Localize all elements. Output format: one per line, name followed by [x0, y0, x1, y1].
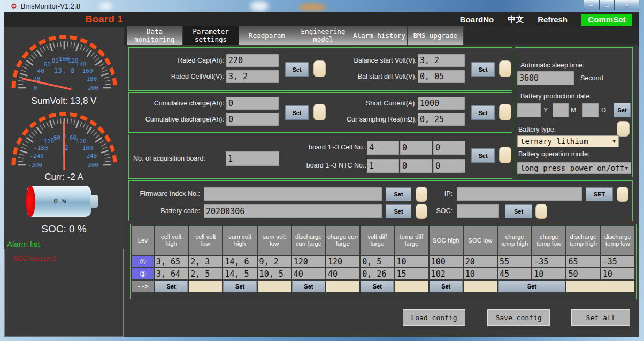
table-value-cell[interactable]: 9, 2 [258, 256, 291, 267]
cumulative-charge-input[interactable] [226, 97, 279, 110]
gauge-tick [20, 150, 27, 153]
tab-parameter-settings[interactable]: Parameter settings [183, 26, 239, 45]
set-button[interactable]: Set [285, 62, 309, 77]
table-value-cell[interactable]: 10 [601, 268, 634, 279]
set-button[interactable]: SET [586, 187, 613, 201]
table-value-cell[interactable]: 14, 5 [223, 268, 256, 279]
tab-engineering-model[interactable]: Engineering model [295, 26, 351, 45]
date-year-input[interactable] [517, 103, 541, 117]
cur-sampling-res-input[interactable] [418, 113, 465, 126]
gauge-tick [27, 138, 33, 142]
alarm-item[interactable]: SOC low Lev 2 [5, 249, 123, 262]
table-set-button[interactable]: Set [292, 281, 325, 292]
balance-start-volt-input[interactable] [418, 54, 465, 67]
battery-code-input[interactable] [204, 204, 382, 218]
rated-cellvolt-input[interactable] [226, 70, 279, 83]
table-value-cell[interactable]: 10 [532, 268, 565, 279]
gauge-tick-label: -240 [29, 153, 44, 160]
table-value-cell[interactable]: 15 [395, 268, 428, 279]
field-label: board 1~3 Cell No.: [271, 143, 366, 151]
set-button[interactable]: Set [471, 62, 495, 77]
set-button[interactable]: Set [471, 105, 495, 120]
table-value-cell[interactable]: 2, 5 [189, 268, 222, 279]
table-value-cell[interactable]: 120 [292, 256, 325, 267]
table-set-button[interactable]: Set [223, 281, 256, 292]
table-value-cell[interactable]: 3, 64 [155, 268, 188, 279]
table-value-cell[interactable]: 0, 5 [361, 256, 394, 267]
table-value-cell[interactable]: 55 [498, 256, 531, 267]
commset-button[interactable]: CommSet [581, 14, 632, 26]
set-all-button[interactable]: Set all [571, 309, 630, 326]
close-button-icon[interactable]: × [614, 0, 639, 10]
maximize-button-icon[interactable]: □ [599, 0, 614, 10]
set-button[interactable]: Set [505, 204, 532, 218]
short-current-input[interactable] [418, 97, 465, 110]
table-value-cell[interactable]: 0, 26 [361, 268, 394, 279]
set-button[interactable]: Set [614, 103, 631, 117]
date-day-input[interactable] [582, 103, 599, 117]
table-value-cell[interactable]: 20 [464, 256, 497, 267]
table-set-button[interactable]: Set [498, 281, 565, 292]
table-value-cell[interactable]: 102 [430, 268, 463, 279]
minimize-button-icon[interactable]: – [584, 0, 599, 10]
save-config-button[interactable]: Save config [487, 309, 550, 326]
language-button[interactable]: 中文 [508, 14, 524, 25]
table-value-cell[interactable]: -35 [601, 256, 634, 267]
gauge-tick [47, 45, 49, 50]
bal-start-diff-volt-input[interactable] [418, 70, 465, 83]
table-value-cell[interactable]: 50 [566, 268, 600, 279]
table-set-cell: Set [223, 281, 256, 292]
table-value-cell[interactable]: 45 [498, 268, 531, 279]
firmware-index-input[interactable] [204, 187, 382, 201]
battery-type-dropdown[interactable]: ternary lithium ▼ [517, 135, 619, 147]
soc-input[interactable] [457, 204, 499, 218]
table-value-cell[interactable]: 2, 3 [189, 256, 222, 267]
battery-settings-group: Automatic sleep time: Second Battery pro… [515, 47, 633, 177]
load-config-button[interactable]: Load config [403, 309, 465, 326]
table-header: cell volt low [189, 226, 222, 255]
cell-no-3-input[interactable] [433, 141, 465, 155]
rated-cap-input[interactable] [226, 54, 279, 67]
boardno-button[interactable]: BoardNo [460, 15, 494, 24]
tab-data-monitoring[interactable]: Data monitoring [127, 26, 183, 45]
operation-mode-dropdown[interactable]: long press power on/off ▼ [517, 162, 631, 174]
tab-readparam[interactable]: Readparam [239, 26, 295, 45]
ip-input[interactable] [457, 187, 582, 201]
table-set-button[interactable]: Set [155, 281, 188, 292]
table-value-cell[interactable]: 10 [395, 256, 428, 267]
ntc-no-3-input[interactable] [433, 159, 465, 173]
cell-no-2-input[interactable] [400, 141, 432, 155]
ntc-no-1-input[interactable] [367, 159, 399, 173]
set-button[interactable]: Set [386, 187, 411, 201]
table-value-cell[interactable]: 40 [326, 268, 359, 279]
table-value-cell[interactable]: 14, 6 [223, 256, 256, 267]
table-value-cell[interactable]: 65 [566, 256, 600, 267]
cumulative-params-group: Cumulative charge(Ah): Cumulative discha… [128, 92, 512, 133]
table-value-cell[interactable]: 3, 65 [155, 256, 188, 267]
set-button[interactable]: Set [285, 105, 309, 120]
battery-percent: 0 % [34, 197, 86, 205]
gauge-tick [29, 57, 33, 60]
date-month-input[interactable] [553, 103, 569, 117]
gauge-tick [21, 147, 26, 149]
set-button[interactable]: Set [386, 204, 411, 218]
table-value-cell[interactable]: 40 [292, 268, 325, 279]
cell-no-1-input[interactable] [367, 141, 399, 155]
table-lev-1: ① [132, 256, 154, 267]
refresh-button[interactable]: Refresh [538, 15, 568, 24]
cumulative-discharge-input[interactable] [226, 113, 279, 126]
table-set-button[interactable]: Set [361, 281, 394, 292]
table-value-cell[interactable]: 10 [464, 268, 497, 279]
table-value-cell[interactable]: 100 [430, 256, 463, 267]
tab-bms-upgrade[interactable]: BMS upgrade [408, 26, 464, 45]
gauge-tick-label: -180 [34, 145, 48, 151]
tab-alarm-history[interactable]: Alarm history [351, 26, 408, 45]
table-set-button[interactable]: Set [430, 281, 463, 292]
sleep-time-input[interactable] [517, 71, 574, 85]
set-button[interactable]: Set [471, 148, 495, 163]
table-value-cell[interactable]: 10, 5 [258, 268, 291, 279]
ntc-no-2-input[interactable] [400, 159, 432, 173]
table-value-cell[interactable]: 120 [326, 256, 359, 267]
table-header: charge temp low [532, 226, 565, 255]
table-value-cell[interactable]: -35 [532, 256, 565, 267]
